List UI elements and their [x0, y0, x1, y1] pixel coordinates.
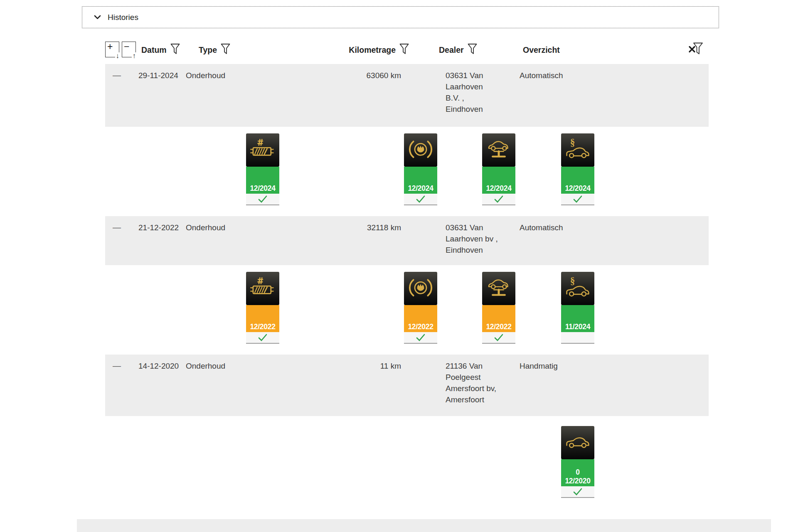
- cell-datum: 29-11-2024: [134, 70, 184, 121]
- cell-overzicht: Handmatig: [520, 360, 709, 410]
- badge-value: 12/2022: [486, 323, 511, 331]
- check-icon: [404, 194, 437, 205]
- check-icon: [246, 194, 279, 205]
- collapse-all-button[interactable]: − ↑: [122, 42, 136, 57]
- cell-kilometrage: 63060 km: [283, 70, 416, 121]
- brake-warning-icon: [404, 133, 437, 167]
- arrow-down-icon: ↓: [115, 52, 120, 59]
- badge-value: 12/2024: [250, 184, 275, 193]
- cabin-filter-icon: [246, 272, 279, 305]
- check-icon: [482, 332, 515, 344]
- badge-value: 12/2024: [486, 184, 511, 193]
- service-badge[interactable]: 12/2024: [246, 133, 279, 205]
- svg-text:§: §: [570, 275, 575, 286]
- cell-datum: 21-12-2022: [134, 222, 184, 259]
- service-badge[interactable]: § 12/2024: [561, 133, 594, 205]
- check-icon: [482, 194, 515, 205]
- service-badge[interactable]: 12/2022: [482, 272, 515, 344]
- service-badges-row: 12/2022 12/2022 12/2022 §: [105, 272, 709, 344]
- section-title: Histories: [108, 13, 138, 22]
- row-collapse-toggle[interactable]: —: [113, 361, 121, 370]
- cell-kilometrage: 32118 km: [283, 222, 416, 259]
- car-legal-icon: §: [561, 272, 594, 305]
- badge-value-top: 0: [576, 468, 579, 477]
- check-icon: [561, 486, 594, 498]
- service-badge[interactable]: § 11/2024: [561, 272, 594, 344]
- car-lift-icon: [482, 133, 515, 167]
- filter-icon-dealer[interactable]: [468, 43, 477, 57]
- histories-section-header[interactable]: Histories: [82, 6, 719, 28]
- check-icon: [404, 332, 437, 344]
- badge-value: 12/2024: [408, 184, 433, 193]
- column-label-datum: Datum: [141, 45, 167, 55]
- badge-value: 12/2022: [408, 323, 433, 331]
- histories-page: Histories + ↓ − ↑ Datum Type: [0, 0, 798, 532]
- cell-dealer: 03631 Van Laarhoven bv , Eindhoven: [416, 222, 520, 259]
- table-header-row: + ↓ − ↑ Datum Type Kilometrage: [105, 37, 709, 62]
- table-row: — 21-12-2022 Onderhoud 32118 km 03631 Va…: [105, 216, 709, 265]
- filter-icon-kilometrage[interactable]: [399, 43, 409, 57]
- service-badge[interactable]: 12/2022: [404, 272, 437, 344]
- cell-dealer: 21136 Van Poelgeest Amersfoort bv, Amers…: [416, 360, 520, 410]
- service-badges-row: 12/2024 12/2024 12/2024 §: [105, 133, 709, 205]
- clear-filters-icon[interactable]: [688, 42, 704, 58]
- row-collapse-toggle[interactable]: —: [113, 223, 121, 232]
- filter-icon-type[interactable]: [221, 43, 230, 57]
- cell-dealer: 03631 Van Laarhoven B.V. , Eindhoven: [416, 70, 520, 121]
- badge-value: 11/2024: [565, 323, 590, 331]
- arrow-up-icon: ↑: [132, 52, 136, 59]
- column-label-dealer: Dealer: [439, 45, 464, 55]
- car-legal-icon: §: [561, 133, 594, 167]
- chevron-down-icon[interactable]: [94, 15, 101, 20]
- table-row: — 14-12-2020 Onderhoud 11 km 21136 Van P…: [105, 355, 709, 416]
- brake-warning-icon: [404, 272, 437, 305]
- column-label-kilometrage: Kilometrage: [349, 45, 396, 55]
- check-icon: [246, 332, 279, 344]
- row-collapse-toggle[interactable]: —: [113, 71, 121, 80]
- cell-type: Onderhoud: [184, 360, 283, 410]
- next-section-strip: [77, 519, 771, 532]
- histories-table: + ↓ − ↑ Datum Type Kilometrage: [105, 37, 709, 498]
- badge-value: 12/2024: [565, 184, 590, 193]
- column-label-overzicht: Overzicht: [523, 45, 560, 55]
- service-badge[interactable]: 12/2024: [404, 133, 437, 205]
- filter-icon-datum[interactable]: [170, 43, 180, 57]
- cell-overzicht: Automatisch: [520, 70, 709, 121]
- cell-type: Onderhoud: [184, 70, 283, 121]
- table-row: — 29-11-2024 Onderhoud 63060 km 03631 Va…: [105, 64, 709, 127]
- cell-datum: 14-12-2020: [134, 360, 184, 410]
- cabin-filter-icon: [246, 133, 279, 167]
- cell-overzicht: Automatisch: [520, 222, 709, 259]
- check-icon: [561, 194, 594, 205]
- car-icon: [561, 426, 594, 459]
- car-lift-icon: [482, 272, 515, 305]
- svg-text:§: §: [570, 137, 575, 148]
- badge-value: 12/2020: [565, 477, 590, 485]
- cell-kilometrage: 11 km: [283, 360, 416, 410]
- badge-value: 12/2022: [250, 323, 275, 331]
- cell-type: Onderhoud: [184, 222, 283, 259]
- expand-all-button[interactable]: + ↓: [105, 42, 119, 57]
- table-body: — 29-11-2024 Onderhoud 63060 km 03631 Va…: [105, 64, 709, 498]
- service-badge[interactable]: 0 12/2020: [561, 426, 594, 498]
- service-badges-row: 0 12/2020: [105, 426, 709, 498]
- column-label-type: Type: [199, 45, 217, 55]
- service-badge[interactable]: 12/2024: [482, 133, 515, 205]
- tree-buttons: + ↓ − ↑: [105, 42, 136, 57]
- service-badge[interactable]: 12/2022: [246, 272, 279, 344]
